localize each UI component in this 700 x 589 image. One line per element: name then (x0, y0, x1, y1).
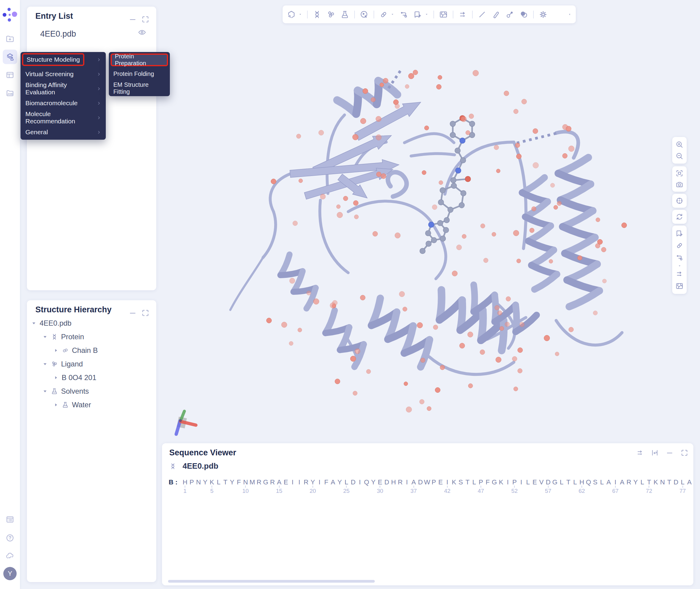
toolbar-bookmark-plus-button[interactable] (413, 10, 422, 19)
caret-right-icon[interactable] (54, 403, 58, 407)
caret-down-icon[interactable] (298, 12, 302, 16)
menu-item-biomacromolecule[interactable]: Biomacromolecule (21, 96, 106, 111)
submenu-item-label: EM Structure Fitting (113, 81, 165, 95)
menu-item-virtual-screening[interactable]: Virtual Screening (21, 67, 106, 81)
caret-right-sm-icon (96, 130, 101, 135)
tree-row-ligand[interactable]: Ligand (27, 357, 156, 371)
caret-down-icon[interactable] (425, 12, 429, 16)
eye-icon[interactable] (138, 28, 146, 37)
tree-row-4ee0-pdb[interactable]: 4EE0.pdb (27, 316, 156, 330)
caret-down-icon[interactable] (43, 362, 47, 366)
caret-down-icon[interactable] (43, 389, 47, 393)
line-icon (478, 10, 487, 19)
minimize-icon[interactable] (666, 449, 674, 457)
toolbar-hexagon-ring-button[interactable] (287, 10, 296, 19)
toolbar-select-target-button[interactable] (360, 10, 369, 19)
viewer-swap-arrows-button[interactable] (675, 270, 684, 278)
dna-icon (51, 333, 58, 341)
sequence-tick (380, 485, 380, 488)
sequence-letter: E (437, 478, 444, 486)
toolbar-line-button[interactable] (478, 10, 487, 19)
caret-down-icon[interactable] (43, 335, 47, 339)
sequence-letter: P (478, 478, 484, 486)
toolbar-swap-arrows-button[interactable] (458, 10, 467, 19)
sidebar-item-help[interactable] (3, 531, 17, 545)
sequence-tick (514, 485, 515, 488)
chevron-right-icon (96, 86, 101, 91)
sidebar-item-logs[interactable] (3, 512, 17, 527)
viewer-path-connector-button[interactable] (675, 253, 684, 262)
viewer-measure-capsule-button[interactable] (675, 241, 684, 250)
minimize-icon[interactable] (129, 15, 137, 24)
sidebar-item-cloud-sync[interactable] (3, 549, 17, 563)
toolbar-dna-button[interactable] (312, 10, 321, 19)
caret-down-icon[interactable] (391, 12, 395, 16)
wrap-bars-icon[interactable] (651, 449, 659, 457)
caret-right-icon[interactable] (54, 348, 58, 353)
tree-row-chain-b[interactable]: Chain B (27, 344, 156, 357)
toolbar-ball-stick-button[interactable] (505, 10, 514, 19)
minimize-icon (129, 15, 137, 24)
sidebar-item-jobs[interactable]: JOB (3, 86, 17, 101)
toolbar-collapse-button[interactable] (567, 12, 571, 16)
viewer-bookmark-plus-button[interactable] (675, 229, 684, 238)
menu-item-molecule-recommendation[interactable]: Molecule Recommendation (21, 111, 106, 125)
user-avatar[interactable]: Y (3, 567, 17, 580)
swap-arrows-icon[interactable] (636, 449, 644, 457)
layers-flask-icon (5, 52, 14, 61)
sequence-letter: Y (336, 478, 343, 486)
menu-item-binding-affinity-evaluation[interactable]: Binding Affinity Evaluation (21, 81, 106, 96)
menu-item-label: Biomacromolecule (25, 100, 78, 107)
fullscreen-icon[interactable] (141, 309, 150, 317)
caret-down-icon[interactable] (32, 321, 36, 325)
sequence-tick-label: 72 (640, 488, 658, 495)
viewer-zoom-in-button[interactable] (675, 140, 684, 149)
toolbar-measure-capsule-button[interactable] (379, 10, 388, 19)
fullscreen-icon[interactable] (680, 449, 689, 457)
toolbar-gear-button[interactable] (538, 10, 548, 19)
sequence-letter: H (578, 478, 585, 486)
dna-icon (312, 10, 321, 19)
viewer-fit-view-button[interactable] (675, 169, 684, 178)
toolbar-image-map-button[interactable] (439, 10, 448, 19)
submenu-item-protein-folding[interactable]: Protein Folding (109, 66, 170, 81)
sequence-letter: L (639, 478, 646, 486)
app-dots-logo (0, 2, 20, 25)
sequence-tick-label: 20 (304, 488, 322, 495)
sidebar-item-workspace-layout[interactable] (3, 68, 17, 82)
viewer-focus-target-button[interactable] (675, 197, 684, 205)
viewer-zoom-out-button[interactable] (675, 152, 684, 160)
viewer-camera-button[interactable] (675, 181, 684, 189)
layout-table-icon (5, 70, 14, 79)
entry-list-item[interactable]: 4EE0.pdb (27, 25, 156, 42)
fullscreen-icon[interactable] (141, 15, 150, 24)
tree-row-solvents[interactable]: Solvents (27, 384, 156, 398)
toolbar-stick-button[interactable] (491, 10, 500, 19)
minimize-icon[interactable] (129, 309, 137, 317)
toolbar-path-connector-button[interactable] (399, 10, 408, 19)
horizontal-scrollbar[interactable] (168, 580, 375, 583)
minimize-icon (666, 449, 674, 457)
sequence-letter: I (316, 478, 323, 486)
sidebar-item-add-entry[interactable] (3, 31, 17, 46)
sequence-tick (615, 485, 616, 488)
menu-item-structure-modeling[interactable]: Structure Modeling (21, 52, 106, 67)
caret-down-icon[interactable] (678, 264, 682, 268)
submenu-item-protein-preparation[interactable]: Protein Preparation (110, 53, 168, 66)
viewer-image-map-button[interactable] (675, 282, 684, 290)
toolbar-flask-button[interactable] (340, 10, 349, 19)
submenu-item-em-structure-fitting[interactable]: EM Structure Fitting (109, 81, 170, 95)
tree-row-protein[interactable]: Protein (27, 330, 156, 344)
viewer-refresh-button[interactable] (675, 213, 684, 221)
tree-row-water[interactable]: Water (27, 398, 156, 411)
sidebar-item-modeling-tools[interactable] (3, 50, 17, 64)
sequence-letter: R (626, 478, 632, 486)
sequence-entry[interactable]: 4EE0.pdb (169, 461, 218, 471)
tree-row-b-0o4-201[interactable]: B 0O4 201 (27, 371, 156, 384)
caret-right-icon[interactable] (54, 376, 58, 380)
sequence-letter: Y (370, 478, 377, 486)
toolbar-molecule-button[interactable] (326, 10, 335, 19)
sequence-letter: I (404, 478, 410, 486)
menu-item-general[interactable]: General (21, 125, 106, 139)
toolbar-spheres-button[interactable] (519, 10, 528, 19)
